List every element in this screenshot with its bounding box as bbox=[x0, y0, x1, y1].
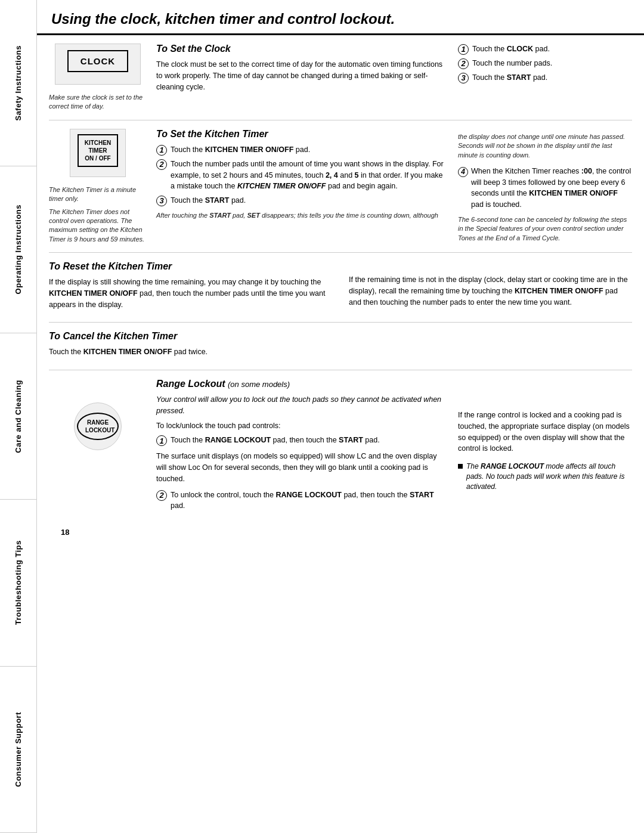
clock-button-graphic: CLOCK bbox=[55, 44, 141, 85]
kitchen-timer-step-3: 3 Touch the START pad. bbox=[156, 195, 444, 206]
kitchen-timer-caption-1: The Kitchen Timer is a minute timer only… bbox=[49, 185, 147, 204]
clock-step-text-3: Touch the START pad. bbox=[472, 72, 632, 83]
kitchen-timer-after-start-note: After touching the START pad, SET disapp… bbox=[156, 211, 444, 220]
kitchen-timer-step-text-2: Touch the number pads until the amount o… bbox=[171, 159, 444, 192]
clock-button-label: CLOCK bbox=[67, 50, 128, 72]
sidebar-label-care: Care and Cleaning bbox=[14, 380, 23, 453]
kitchen-timer-section: KITCHEN TIMER ON / OFF The Kitchen Timer… bbox=[49, 120, 632, 253]
clock-left-col: CLOCK Make sure the clock is set to the … bbox=[49, 44, 156, 112]
clock-body-text: The clock must be set to the correct tim… bbox=[156, 59, 444, 92]
cancel-section: To Cancel the Kitchen Timer Touch the KI… bbox=[49, 323, 632, 370]
clock-step-num-2: 2 bbox=[458, 58, 469, 69]
sidebar-label-troubleshooting: Troubleshooting Tips bbox=[14, 540, 23, 625]
lockout-right-col: If the range control is locked and a coo… bbox=[453, 379, 632, 515]
lockout-bullet-text: The RANGE LOCKOUT mode affects all touch… bbox=[466, 462, 632, 491]
sidebar-label-safety: Safety Instructions bbox=[14, 45, 23, 121]
clock-step-3: 3 Touch the START pad. bbox=[458, 72, 632, 83]
kitchen-timer-step-2: 2 Touch the number pads until the amount… bbox=[156, 159, 444, 192]
sidebar-label-operating: Operating Instructions bbox=[14, 205, 23, 294]
reset-right-text: If the remaining time is not in the disp… bbox=[349, 274, 632, 308]
lockout-bullet-icon bbox=[458, 464, 463, 469]
lockout-button-graphic: RANGE LOCKOUT bbox=[74, 402, 122, 450]
lockout-line2: LOCKOUT bbox=[85, 427, 114, 433]
lockout-section-title: Range Lockout (on some models) bbox=[156, 379, 444, 389]
kitchen-timer-step-text-1: Touch the KITCHEN TIMER ON/OFF pad. bbox=[171, 144, 444, 156]
lockout-step-1: 1 Touch the RANGE LOCKOUT pad, then touc… bbox=[156, 435, 444, 446]
cancel-section-title: To Cancel the Kitchen Timer bbox=[49, 331, 632, 342]
kitchen-timer-button-graphic: KITCHEN TIMER ON / OFF bbox=[70, 129, 126, 177]
lockout-steps: 1 Touch the RANGE LOCKOUT pad, then touc… bbox=[156, 435, 444, 446]
sidebar-section-safety: Safety Instructions bbox=[0, 0, 36, 166]
page-title: Using the clock, kitchen timer and contr… bbox=[37, 0, 644, 35]
sidebar-section-operating: Operating Instructions bbox=[0, 166, 36, 333]
lockout-middle-col: Range Lockout (on some models) Your cont… bbox=[156, 379, 453, 515]
clock-step-text-1: Touch the CLOCK pad. bbox=[472, 44, 632, 55]
lockout-surface-text: The surface unit displays (on models so … bbox=[156, 451, 444, 484]
clock-section: CLOCK Make sure the clock is set to the … bbox=[49, 35, 632, 120]
reset-section-title: To Reset the Kitchen Timer bbox=[49, 261, 332, 272]
clock-middle-col: To Set the Clock The clock must be set t… bbox=[156, 44, 453, 112]
kitchen-timer-step-4: 4 When the Kitchen Timer reaches :00, th… bbox=[458, 166, 632, 210]
lockout-step-text-2: To unlock the control, touch the RANGE L… bbox=[171, 490, 444, 512]
clock-step-2: 2 Touch the number pads. bbox=[458, 58, 632, 69]
lockout-left-col: RANGE LOCKOUT bbox=[49, 379, 156, 515]
sidebar-section-consumer: Consumer Support bbox=[0, 667, 36, 833]
kitchen-timer-steps: 1 Touch the KITCHEN TIMER ON/OFF pad. 2 … bbox=[156, 144, 444, 206]
cancel-text: Touch the KITCHEN TIMER ON/OFF pad twice… bbox=[49, 346, 632, 358]
kitchen-timer-button-label: KITCHEN TIMER ON / OFF bbox=[78, 134, 118, 167]
lockout-bullet-item: The RANGE LOCKOUT mode affects all touch… bbox=[458, 462, 632, 491]
reset-left-text: If the display is still showing the time… bbox=[49, 277, 332, 310]
lockout-title-text: Range Lockout bbox=[156, 379, 225, 389]
kitchen-timer-step-text-4: When the Kitchen Timer reaches :00, the … bbox=[471, 166, 632, 210]
kitchen-timer-step-num-1: 1 bbox=[156, 145, 167, 156]
sidebar: Safety Instructions Operating Instructio… bbox=[0, 0, 37, 833]
clock-step-num-3: 3 bbox=[458, 73, 469, 83]
reset-left-col: To Reset the Kitchen Timer If the displa… bbox=[49, 261, 344, 314]
content-area: CLOCK Make sure the clock is set to the … bbox=[37, 35, 644, 553]
kitchen-timer-line2: TIMER bbox=[88, 147, 107, 154]
kitchen-timer-step4-note: The 6-second tone can be canceled by fol… bbox=[458, 215, 632, 243]
lockout-button-label: RANGE LOCKOUT bbox=[77, 413, 119, 440]
lockout-line1: RANGE bbox=[87, 419, 109, 426]
kitchen-timer-middle-col: To Set the Kitchen Timer 1 Touch the KIT… bbox=[156, 129, 453, 244]
lockout-italic-note: Your control will allow you to lock out … bbox=[156, 394, 444, 417]
lockout-step-num-1: 1 bbox=[156, 435, 167, 446]
page-number: 18 bbox=[49, 523, 632, 541]
lockout-step-text-1: Touch the RANGE LOCKOUT pad, then touch … bbox=[171, 435, 444, 446]
kitchen-timer-step-num-3: 3 bbox=[156, 196, 167, 206]
kitchen-timer-right-col-text: the display does not change until one mi… bbox=[458, 132, 632, 160]
clock-step-1: 1 Touch the CLOCK pad. bbox=[458, 44, 632, 55]
kitchen-timer-line3: ON / OFF bbox=[85, 155, 110, 162]
kitchen-timer-step-num-4: 4 bbox=[458, 167, 468, 177]
reset-right-col: If the remaining time is not in the disp… bbox=[344, 261, 632, 314]
lockout-step-2: 2 To unlock the control, touch the RANGE… bbox=[156, 490, 444, 512]
kitchen-timer-right-col: the display does not change until one mi… bbox=[453, 129, 632, 244]
kitchen-timer-section-title: To Set the Kitchen Timer bbox=[156, 129, 444, 140]
clock-section-title: To Set the Clock bbox=[156, 44, 444, 54]
sidebar-label-consumer: Consumer Support bbox=[14, 712, 23, 787]
lockout-step-num-2: 2 bbox=[156, 490, 167, 501]
main-content: Using the clock, kitchen timer and contr… bbox=[37, 0, 644, 833]
lockout-section: RANGE LOCKOUT Range Lockout (on some mod… bbox=[49, 370, 632, 523]
reset-section: To Reset the Kitchen Timer If the displa… bbox=[49, 253, 632, 323]
kitchen-timer-step-text-3: Touch the START pad. bbox=[171, 195, 444, 206]
lockout-title-italic: (on some models) bbox=[228, 380, 290, 389]
lockout-right-text: If the range control is locked and a coo… bbox=[458, 410, 632, 454]
clock-right-col: 1 Touch the CLOCK pad. 2 Touch the numbe… bbox=[453, 44, 632, 112]
kitchen-timer-line1: KITCHEN bbox=[85, 140, 111, 146]
kitchen-timer-caption-2: The Kitchen Timer does not control oven … bbox=[49, 208, 147, 244]
clock-steps: 1 Touch the CLOCK pad. 2 Touch the numbe… bbox=[458, 44, 632, 83]
clock-step-text-2: Touch the number pads. bbox=[472, 58, 632, 69]
sidebar-section-troubleshooting: Troubleshooting Tips bbox=[0, 500, 36, 666]
clock-step-num-1: 1 bbox=[458, 44, 469, 55]
kitchen-timer-step-num-2: 2 bbox=[156, 159, 167, 170]
kitchen-timer-left-col: KITCHEN TIMER ON / OFF The Kitchen Timer… bbox=[49, 129, 156, 244]
lockout-intro: To lock/unlock the touch pad controls: bbox=[156, 420, 444, 432]
clock-caption: Make sure the clock is set to the correc… bbox=[49, 93, 147, 112]
sidebar-section-care: Care and Cleaning bbox=[0, 333, 36, 500]
kitchen-timer-captions: The Kitchen Timer is a minute timer only… bbox=[49, 182, 147, 244]
kitchen-timer-step-1: 1 Touch the KITCHEN TIMER ON/OFF pad. bbox=[156, 144, 444, 156]
